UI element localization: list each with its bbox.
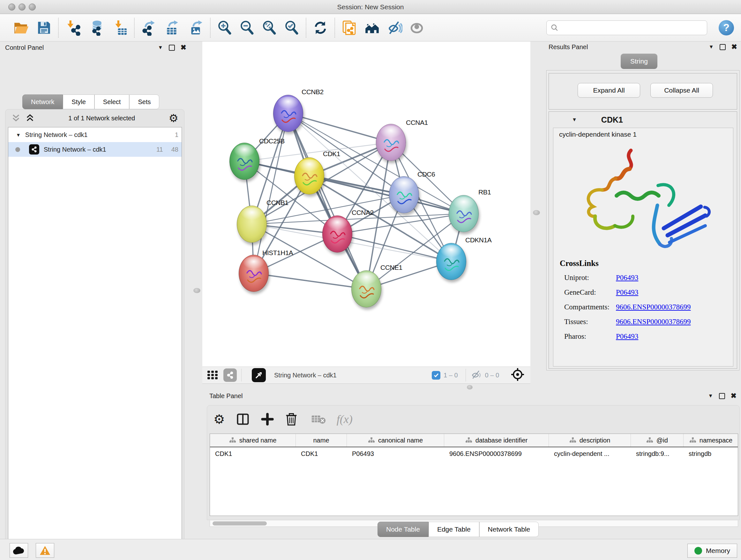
float-panel-icon[interactable] xyxy=(719,393,725,399)
selected-checkbox-icon[interactable] xyxy=(432,371,441,380)
results-tab-string[interactable]: String xyxy=(621,54,657,69)
crosslink-link[interactable]: P06493 xyxy=(616,332,638,347)
zoom-selected-button[interactable] xyxy=(283,18,300,37)
expand-all-button[interactable]: Expand All xyxy=(578,83,640,98)
tab-network[interactable]: Network xyxy=(22,95,63,109)
network-canvas[interactable]: CCNB2 CCNA1 CDC25B CDK1 CDC6 RB1CCNB1 CC… xyxy=(202,42,530,367)
column-header-description[interactable]: description xyxy=(549,434,631,447)
toolbar-separator xyxy=(134,18,135,38)
search-input[interactable] xyxy=(559,24,703,31)
node-CDK1[interactable] xyxy=(294,158,324,194)
node-CDKN1A[interactable] xyxy=(436,243,466,280)
zoom-out-button[interactable] xyxy=(238,18,256,37)
close-panel-icon[interactable]: ✖ xyxy=(731,43,737,51)
node-CCNB2[interactable] xyxy=(273,95,303,132)
export-network-button[interactable] xyxy=(140,18,158,37)
show-columns-icon[interactable] xyxy=(236,413,250,426)
tab-node-table[interactable]: Node Table xyxy=(378,522,428,537)
save-session-button[interactable] xyxy=(35,18,53,37)
float-panel-icon[interactable] xyxy=(720,44,726,50)
close-panel-icon[interactable]: ✖ xyxy=(731,392,737,400)
add-column-icon[interactable] xyxy=(261,413,274,426)
network-view-toolbar: String Network – cdk1 1 – 0 0 – 0 xyxy=(202,367,530,384)
column-header--id[interactable]: @id xyxy=(631,434,684,447)
gene-header-row[interactable]: ▼ CDK1 xyxy=(549,112,737,128)
zoom-in-button[interactable] xyxy=(216,18,233,37)
column-header-name[interactable]: name xyxy=(296,434,347,447)
column-header-canonical-name[interactable]: canonical name xyxy=(347,434,444,447)
edge-CCNB2-CCNE1[interactable] xyxy=(288,113,366,289)
table-hscrollbar-thumb[interactable] xyxy=(212,521,267,525)
collapse-panel-icon[interactable]: ▼ xyxy=(709,44,714,50)
tab-select[interactable]: Select xyxy=(94,95,130,109)
show-graphics-button[interactable] xyxy=(408,18,426,37)
network-share-icon[interactable] xyxy=(223,368,237,382)
collapse-all-button[interactable]: Collapse All xyxy=(650,83,713,98)
expand-all-icon[interactable] xyxy=(25,114,35,122)
node-CDC6[interactable] xyxy=(389,176,419,213)
string-home-button[interactable] xyxy=(363,18,381,37)
cloud-status-button[interactable] xyxy=(10,543,28,558)
close-panel-icon[interactable]: ✖ xyxy=(181,44,186,52)
node-CCNE1[interactable] xyxy=(351,270,381,307)
table-options-gear-icon[interactable]: ⚙ xyxy=(213,413,225,426)
float-panel-icon[interactable] xyxy=(169,45,175,51)
tab-network-table[interactable]: Network Table xyxy=(479,522,539,537)
node-CCNA2[interactable] xyxy=(322,215,352,253)
open-session-button[interactable] xyxy=(12,18,30,37)
zoom-fit-button[interactable] xyxy=(260,18,278,37)
tab-style[interactable]: Style xyxy=(63,95,94,109)
collapse-panel-icon[interactable]: ▼ xyxy=(158,45,163,51)
memory-button[interactable]: Memory xyxy=(687,544,737,558)
column-header-shared-name[interactable]: shared name xyxy=(210,434,296,447)
delete-column-icon[interactable] xyxy=(285,412,298,426)
table-row[interactable]: CDK1CDK1P064939606.ENSP00000378699cyclin… xyxy=(210,447,738,460)
collection-expander-icon[interactable]: ▼ xyxy=(16,132,21,138)
import-network-icon xyxy=(65,20,81,36)
crosslink-link[interactable]: 9606.ENSP00000378699 xyxy=(616,303,691,318)
grid-view-icon[interactable] xyxy=(206,369,219,381)
crosslink-link[interactable]: P06493 xyxy=(616,273,638,288)
node-label-RB1: RB1 xyxy=(478,188,491,196)
tab-edge-table[interactable]: Edge Table xyxy=(428,522,479,537)
export-image-button[interactable] xyxy=(187,18,205,37)
collapse-all-icon[interactable] xyxy=(11,114,21,122)
status-bar: Memory xyxy=(0,539,741,560)
help-button[interactable]: ? xyxy=(719,20,734,36)
import-network-database-button[interactable] xyxy=(87,18,105,37)
column-header-namespace[interactable]: namespace xyxy=(684,434,738,447)
center-view-icon[interactable] xyxy=(511,368,525,383)
node-label-CCNB1: CCNB1 xyxy=(266,199,288,206)
right-splitter-handle[interactable] xyxy=(533,210,540,215)
node-CCNA1[interactable] xyxy=(376,124,406,161)
node-CDC25B[interactable] xyxy=(229,143,259,180)
network-row[interactable]: String Network – cdk1 11 48 xyxy=(8,142,182,157)
crosslink-link[interactable]: 9606.ENSP00000378699 xyxy=(616,318,691,332)
warnings-button[interactable] xyxy=(36,543,54,558)
collapse-panel-icon[interactable]: ▼ xyxy=(708,393,713,399)
node-HIST1H1A[interactable] xyxy=(239,255,269,292)
tab-sets[interactable]: Sets xyxy=(129,95,159,109)
hide-graphics-button[interactable] xyxy=(386,18,403,37)
birds-eye-view-icon[interactable] xyxy=(252,368,266,382)
node-RB1[interactable] xyxy=(449,195,479,232)
network-collection-row[interactable]: ▼ String Network – cdk1 1 xyxy=(8,127,182,142)
string-import-button[interactable] xyxy=(340,18,358,37)
import-table-file-button[interactable] xyxy=(111,18,129,37)
column-label: canonical name xyxy=(378,437,423,444)
save-icon xyxy=(36,20,52,36)
main-toolbar: ? xyxy=(0,14,741,42)
search-field[interactable] xyxy=(546,20,707,35)
left-splitter-handle[interactable] xyxy=(193,288,200,293)
network-view-title: String Network – cdk1 xyxy=(274,372,432,379)
import-network-file-button[interactable] xyxy=(64,18,82,37)
edge-HIST1H1A-CCNE1[interactable] xyxy=(254,273,366,289)
export-table-button[interactable] xyxy=(163,18,181,37)
node-CCNB1[interactable] xyxy=(237,206,267,243)
refresh-button[interactable] xyxy=(312,18,329,37)
network-options-gear-icon[interactable]: ⚙ xyxy=(169,113,179,124)
node-label-CDKN1A: CDKN1A xyxy=(465,236,491,244)
crosslink-link[interactable]: P06493 xyxy=(616,288,638,303)
column-header-database-identifier[interactable]: database identifier xyxy=(444,434,549,447)
gene-expander-icon[interactable]: ▼ xyxy=(572,117,577,123)
